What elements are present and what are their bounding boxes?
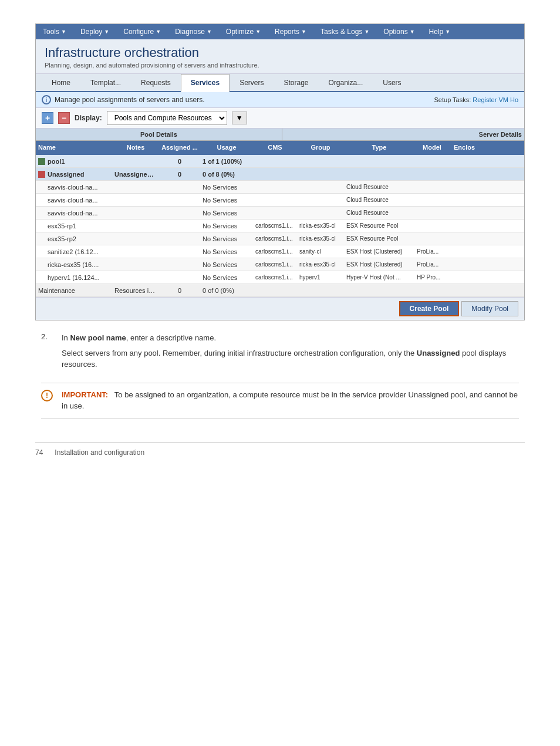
cell-name: savvis-cloud-na... [36,208,112,218]
cell-group: ricka-esx35-cl [297,234,344,244]
cell-model [414,224,450,228]
tab-storage[interactable]: Storage [274,74,318,92]
tab-organize[interactable]: Organiza... [319,74,373,92]
cell-name: esx35-rp2 [36,234,112,244]
dropdown-button[interactable]: ▼ [232,112,247,124]
cell-type [344,289,414,292]
section-headers: Pool Details Server Details [36,129,524,141]
cell-group [297,160,344,163]
cell-group: ricka-esx35-cl [297,259,344,269]
table-row[interactable]: ricka-esx35 (16.... No Services carloscm… [36,258,524,271]
remove-button[interactable]: − [58,112,70,124]
help-arrow-icon: ▼ [445,29,450,35]
deploy-arrow-icon: ▼ [104,29,109,35]
table-row[interactable]: Unassigned Unassigned r... 0 0 of 8 (0%) [36,168,524,181]
cell-cms [253,173,297,176]
tools-arrow-icon: ▼ [61,29,66,35]
tab-templates[interactable]: Templat... [80,74,131,92]
cell-model [414,160,450,163]
display-select[interactable]: Pools and Compute Resources [107,111,227,125]
nav-tasks[interactable]: Tasks & Logs ▼ [313,24,376,39]
step-paragraph-2: Select servers from any pool. Remember, … [62,347,519,370]
table-row[interactable]: savvis-cloud-na... No Services Cloud Res… [36,181,524,194]
cell-enclos [450,224,479,228]
col-header-usage: Usage [200,141,253,154]
col-header-name: Name [36,141,112,154]
cell-name: hyperv1 (16.124... [36,272,112,283]
nav-options[interactable]: Options ▼ [376,24,421,39]
cell-name: Maintenance [36,285,112,296]
new-pool-name-label: New pool name [70,333,126,342]
tab-servers[interactable]: Servers [230,74,274,92]
cell-model [414,198,450,202]
cell-assigned [159,263,200,266]
info-icon: i [42,95,51,104]
tab-users[interactable]: Users [373,74,411,92]
app-header: Infrastructure orchestration Planning, d… [36,39,524,74]
cell-model: HP Pro... [414,272,450,282]
important-text: IMPORTANT: To be assigned to an organiza… [62,389,519,412]
page-subtitle: Planning, design, and automated provisio… [45,62,515,69]
table-row[interactable]: Maintenance Resources in ... 0 0 of 0 (0… [36,284,524,297]
col-header-type: Type [344,141,414,154]
cell-usage: No Services [200,195,253,205]
nav-diagnose[interactable]: Diagnose ▼ [168,24,219,39]
nav-tools[interactable]: Tools ▼ [36,24,73,39]
cell-assigned: 0 [159,156,200,167]
tab-services[interactable]: Services [181,74,230,92]
add-button[interactable]: + [42,112,53,124]
tab-requests[interactable]: Requests [131,74,181,92]
cell-group [297,185,344,189]
nav-optimize[interactable]: Optimize ▼ [219,24,268,39]
nav-deploy[interactable]: Deploy ▼ [73,24,116,39]
important-note: ! IMPORTANT: To be assigned to an organi… [41,383,519,418]
cell-assigned [159,237,200,241]
cell-notes: Resources in ... [112,285,159,296]
cell-name: ricka-esx35 (16.... [36,259,112,270]
cell-notes [112,237,159,241]
cell-type: ESX Resource Pool [344,221,414,231]
page-footer: 74 Installation and configuration [35,442,525,463]
table-row[interactable]: esx35-rp2 No Services carloscms1.i... ri… [36,232,524,245]
table-row[interactable]: esx35-rp1 No Services carloscms1.i... ri… [36,220,524,232]
nav-configure[interactable]: Configure ▼ [116,24,168,39]
cell-notes [112,211,159,215]
cell-assigned [159,250,200,254]
cell-type: Cloud Resource [344,182,414,192]
cell-assigned [159,276,200,279]
cell-usage: No Services [200,234,253,244]
nav-help[interactable]: Help ▼ [422,24,458,39]
cell-type [344,173,414,176]
cell-enclos [450,198,479,202]
setup-tasks: Setup Tasks: Register VM Ho [434,96,518,103]
options-arrow-icon: ▼ [410,29,415,35]
cell-usage: No Services [200,272,253,283]
cell-group: ricka-esx35-cl [297,221,344,231]
table-row[interactable]: savvis-cloud-na... No Services Cloud Res… [36,194,524,207]
cell-cms [253,185,297,189]
cell-enclos [450,289,479,292]
col-header-model: Model [414,141,450,154]
col-header-notes: Notes [112,141,159,154]
table-row[interactable]: pool1 0 1 of 1 (100%) [36,155,524,168]
setup-link[interactable]: Register VM Ho [473,96,518,103]
modify-pool-button[interactable]: Modify Pool [461,301,518,316]
table-row[interactable]: hyperv1 (16.124... No Services carloscms… [36,271,524,284]
tab-home[interactable]: Home [42,74,80,92]
cell-cms [253,211,297,215]
table-row[interactable]: sanitize2 (16.12... No Services carloscm… [36,245,524,258]
unassigned-icon [38,171,45,178]
info-bar: i Manage pool assignments of servers and… [36,92,524,108]
table-row[interactable]: savvis-cloud-na... No Services Cloud Res… [36,207,524,220]
cell-name: savvis-cloud-na... [36,195,112,205]
cell-usage: 1 of 1 (100%) [200,156,253,167]
cell-usage: No Services [200,182,253,193]
cell-usage: No Services [200,208,253,218]
pool-details-header: Pool Details [36,129,282,140]
table-body: pool1 0 1 of 1 (100%) Unassigned [36,155,524,297]
step-paragraph-1: In New pool name, enter a descriptive na… [62,332,519,344]
create-pool-button[interactable]: Create Pool [399,301,460,316]
cell-cms: carloscms1.i... [253,272,297,282]
nav-reports[interactable]: Reports ▼ [268,24,313,39]
cell-assigned [159,224,200,228]
